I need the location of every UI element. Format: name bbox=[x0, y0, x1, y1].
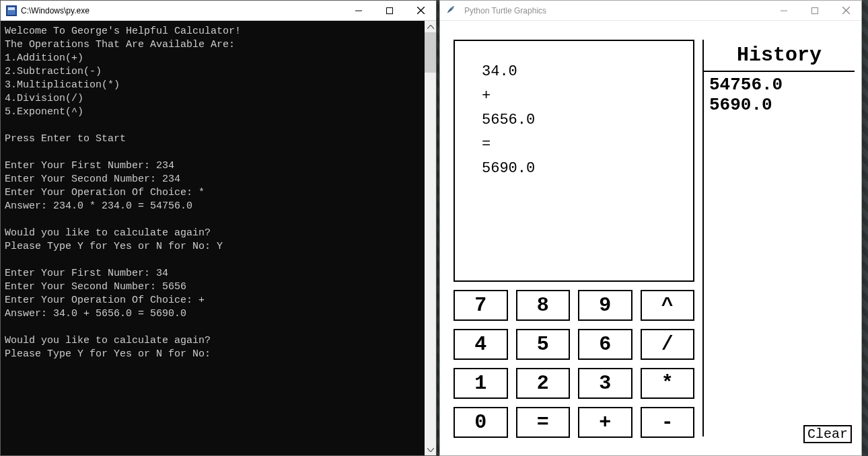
clear-button[interactable]: Clear bbox=[803, 425, 852, 443]
calc-key-5[interactable]: 5 bbox=[516, 329, 571, 360]
history-item: 54756.0 bbox=[709, 75, 849, 95]
scroll-up-icon[interactable] bbox=[425, 21, 436, 32]
console-window: C:\Windows\py.exe Welcome To George's He… bbox=[0, 0, 437, 456]
minimize-button[interactable] bbox=[768, 1, 799, 20]
maximize-button[interactable] bbox=[799, 1, 830, 20]
close-button[interactable] bbox=[405, 1, 436, 20]
calc-key-7[interactable]: 7 bbox=[454, 290, 508, 321]
calc-key-1[interactable]: 1 bbox=[454, 368, 508, 399]
calc-key--[interactable]: - bbox=[641, 407, 695, 438]
display-line: 34.0 bbox=[482, 60, 666, 84]
calc-key-+[interactable]: + bbox=[578, 407, 632, 438]
close-button[interactable] bbox=[830, 1, 861, 20]
calc-key-/[interactable]: / bbox=[641, 329, 695, 360]
turtle-window: Python Turtle Graphics 34.0+5656.0=5690.… bbox=[439, 0, 862, 456]
calc-key-4[interactable]: 4 bbox=[454, 329, 508, 360]
turtle-app-icon bbox=[445, 4, 456, 17]
turtle-window-controls bbox=[768, 1, 861, 20]
svg-rect-4 bbox=[387, 7, 393, 13]
scroll-thumb[interactable] bbox=[425, 32, 436, 73]
calc-key-*[interactable]: * bbox=[641, 368, 695, 399]
calc-key-^[interactable]: ^ bbox=[641, 290, 695, 321]
calc-key-8[interactable]: 8 bbox=[516, 290, 571, 321]
display-line: + bbox=[482, 84, 666, 108]
console-scrollbar[interactable] bbox=[425, 21, 436, 455]
minimize-button[interactable] bbox=[343, 1, 374, 20]
console-app-icon bbox=[6, 5, 17, 16]
calc-key-=[interactable]: = bbox=[516, 407, 571, 438]
maximize-button[interactable] bbox=[374, 1, 405, 20]
console-titlebar[interactable]: C:\Windows\py.exe bbox=[1, 1, 436, 21]
console-title: C:\Windows\py.exe bbox=[21, 6, 343, 15]
display-line: 5656.0 bbox=[482, 108, 666, 132]
history-panel: History 54756.05690.0 bbox=[702, 40, 855, 436]
scroll-down-icon[interactable] bbox=[425, 444, 436, 455]
calculator-keypad: 789^456/123*0=+- bbox=[454, 290, 694, 438]
history-list: 54756.05690.0 bbox=[704, 72, 855, 118]
turtle-titlebar[interactable]: Python Turtle Graphics bbox=[440, 1, 861, 21]
calc-key-2[interactable]: 2 bbox=[516, 368, 571, 399]
svg-rect-9 bbox=[812, 7, 818, 13]
svg-rect-2 bbox=[8, 7, 15, 10]
turtle-title: Python Turtle Graphics bbox=[460, 6, 768, 15]
calc-key-9[interactable]: 9 bbox=[578, 290, 632, 321]
display-line: 5690.0 bbox=[482, 157, 666, 181]
calculator-display: 34.0+5656.0=5690.0 bbox=[454, 40, 694, 282]
turtle-canvas: 34.0+5656.0=5690.0 789^456/123*0=+- Hist… bbox=[440, 21, 861, 455]
history-title: History bbox=[704, 40, 855, 72]
display-line: = bbox=[482, 132, 666, 157]
history-item: 5690.0 bbox=[709, 95, 849, 115]
console-output[interactable]: Welcome To George's Helpful Calculator! … bbox=[1, 21, 425, 455]
console-body: Welcome To George's Helpful Calculator! … bbox=[1, 21, 436, 455]
calc-key-0[interactable]: 0 bbox=[454, 407, 508, 438]
console-window-controls bbox=[343, 1, 436, 20]
calc-key-6[interactable]: 6 bbox=[578, 329, 632, 360]
calc-key-3[interactable]: 3 bbox=[578, 368, 632, 399]
scroll-track[interactable] bbox=[425, 32, 436, 444]
